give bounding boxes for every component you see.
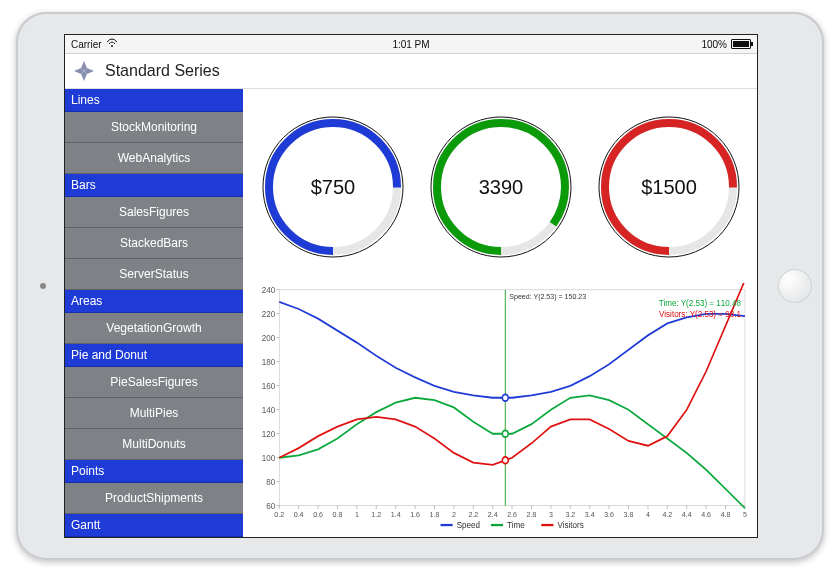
svg-text:3.8: 3.8 (624, 510, 634, 520)
svg-text:2: 2 (452, 510, 456, 520)
svg-text:4.2: 4.2 (662, 510, 672, 520)
svg-text:3: 3 (549, 510, 553, 520)
gauge: 3390 (426, 112, 576, 262)
svg-text:220: 220 (262, 309, 276, 320)
svg-text:Speed: Speed (457, 520, 480, 531)
sidebar-item-productshipments[interactable]: ProductShipments (65, 483, 243, 514)
screen: Carrier 1:01 PM 100% (64, 34, 758, 538)
svg-text:Visitors: Visitors (557, 520, 583, 531)
gauges-row: $7503390$1500 (249, 97, 753, 277)
svg-point-7 (599, 117, 739, 257)
battery-pct: 100% (701, 39, 727, 50)
wifi-icon (106, 38, 118, 50)
svg-text:0.4: 0.4 (294, 510, 304, 520)
svg-text:180: 180 (262, 357, 276, 368)
svg-text:120: 120 (262, 429, 276, 440)
svg-text:1.6: 1.6 (410, 510, 420, 520)
svg-text:2.8: 2.8 (527, 510, 537, 520)
main-content: $7503390$1500 60801001201401601802002202… (243, 89, 757, 537)
svg-text:240: 240 (262, 285, 276, 296)
svg-text:Time: Time (507, 520, 525, 531)
sidebar-item-stackedbars[interactable]: StackedBars (65, 228, 243, 259)
carrier-label: Carrier (71, 39, 102, 50)
gauge: $750 (258, 112, 408, 262)
clock: 1:01 PM (392, 39, 429, 50)
svg-text:0.2: 0.2 (274, 510, 284, 520)
svg-text:1.2: 1.2 (371, 510, 381, 520)
svg-text:5: 5 (743, 510, 747, 520)
svg-text:0.8: 0.8 (333, 510, 343, 520)
home-button[interactable] (778, 269, 812, 303)
svg-text:1.8: 1.8 (430, 510, 440, 520)
svg-point-82 (502, 394, 508, 401)
svg-text:160: 160 (262, 381, 276, 392)
sidebar-item-multidonuts[interactable]: MultiDonuts (65, 429, 243, 460)
svg-text:4.8: 4.8 (721, 510, 731, 520)
svg-text:2.6: 2.6 (507, 510, 517, 520)
svg-text:0.6: 0.6 (313, 510, 323, 520)
sidebar-section-bars: Bars (65, 174, 243, 197)
page-title: Standard Series (105, 62, 220, 80)
svg-text:140: 140 (262, 405, 276, 416)
svg-text:80: 80 (266, 477, 275, 488)
svg-point-0 (111, 45, 113, 47)
sidebar-item-webanalytics[interactable]: WebAnalytics (65, 143, 243, 174)
battery-icon (731, 39, 751, 49)
sidebar-section-areas: Areas (65, 290, 243, 313)
svg-text:3.6: 3.6 (604, 510, 614, 520)
svg-point-1 (263, 117, 403, 257)
front-camera (40, 283, 46, 289)
svg-text:4: 4 (646, 510, 650, 520)
sidebar-item-serverstatus[interactable]: ServerStatus (65, 259, 243, 290)
sidebar-section-gantt: Gantt (65, 514, 243, 537)
sidebar-section-pie-and-donut: Pie and Donut (65, 344, 243, 367)
sidebar-item-stockmonitoring[interactable]: StockMonitoring (65, 112, 243, 143)
svg-text:3.2: 3.2 (565, 510, 575, 520)
sidebar-item-piesalesfigures[interactable]: PieSalesFigures (65, 367, 243, 398)
svg-text:Time: Y(2.53) = 110.48: Time: Y(2.53) = 110.48 (659, 297, 741, 308)
status-bar: Carrier 1:01 PM 100% (65, 35, 757, 54)
gauge: $1500 (594, 112, 744, 262)
tablet-frame: Carrier 1:01 PM 100% (16, 12, 824, 560)
svg-text:3.4: 3.4 (585, 510, 595, 520)
svg-text:2.4: 2.4 (488, 510, 498, 520)
sidebar-item-multipies[interactable]: MultiPies (65, 398, 243, 429)
svg-text:100: 100 (262, 453, 276, 464)
svg-text:4.6: 4.6 (701, 510, 711, 520)
sidebar-item-salesfigures[interactable]: SalesFigures (65, 197, 243, 228)
svg-text:200: 200 (262, 333, 276, 344)
svg-text:Speed: Y(2.53) = 150.23: Speed: Y(2.53) = 150.23 (509, 292, 586, 302)
sidebar: LinesStockMonitoringWebAnalyticsBarsSale… (65, 89, 243, 537)
sidebar-item-vegetationgrowth[interactable]: VegetationGrowth (65, 313, 243, 344)
svg-text:4.4: 4.4 (682, 510, 692, 520)
svg-text:2.2: 2.2 (468, 510, 478, 520)
svg-point-84 (502, 457, 508, 464)
app-header: Standard Series (65, 54, 757, 89)
sidebar-section-points: Points (65, 460, 243, 483)
app-logo-icon (71, 58, 97, 84)
svg-text:1.4: 1.4 (391, 510, 401, 520)
line-chart: 60801001201401601802002202400.20.40.60.8… (249, 283, 753, 533)
svg-text:Visitors: Y(2.53) = 93.1: Visitors: Y(2.53) = 93.1 (659, 309, 741, 320)
svg-point-83 (502, 430, 508, 437)
sidebar-section-lines: Lines (65, 89, 243, 112)
svg-text:1: 1 (355, 510, 359, 520)
svg-point-4 (431, 117, 571, 257)
